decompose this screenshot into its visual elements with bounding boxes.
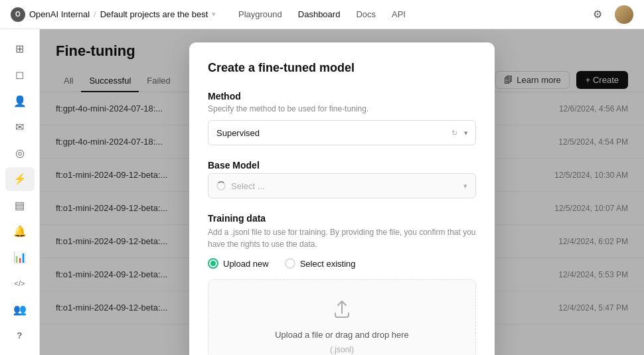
content-area: Fine-tuning All Successful Failed 🗐 Lear…	[40, 29, 644, 355]
sidebar-item-target[interactable]: ◎	[5, 141, 35, 165]
sidebar-item-layout[interactable]: ⊞	[5, 37, 35, 60]
select-refresh-icon: ↻	[451, 129, 457, 137]
nav-playground[interactable]: Playground	[238, 9, 282, 19]
sidebar-item-analytics[interactable]: 📊	[5, 246, 35, 269]
nav-dashboard[interactable]: Dashboard	[298, 9, 341, 19]
method-select[interactable]: SupervisedDPO	[208, 120, 476, 145]
base-model-select[interactable]: Select ... ▾	[208, 173, 476, 198]
sidebar-item-help[interactable]: ?	[5, 324, 35, 347]
modal-title: Create a fine-tuned model	[208, 61, 476, 75]
select-existing-label: Select existing	[300, 259, 356, 269]
upload-new-radio[interactable]	[208, 258, 218, 269]
select-existing-radio[interactable]	[285, 258, 295, 269]
method-select-wrapper: SupervisedDPO ↻ ▾	[208, 120, 476, 145]
sidebar-item-team[interactable]: 👥	[5, 298, 35, 321]
topnav: O OpenAI Internal / Default projects are…	[0, 0, 644, 29]
sidebar-item-finetune[interactable]: ⚡	[5, 167, 35, 190]
nav-links: Playground Dashboard Docs API	[238, 9, 406, 19]
select-existing-option[interactable]: Select existing	[285, 258, 356, 269]
upload-new-option[interactable]: Upload new	[208, 258, 269, 269]
upload-text: Upload a file or drag and drop here	[275, 330, 409, 340]
training-data-description: Add a .jsonl file to use for training. B…	[208, 226, 476, 250]
topnav-right: ⚙	[588, 5, 633, 24]
base-model-label: Base Model	[208, 160, 476, 171]
sidebar-item-messages[interactable]: ✉	[5, 115, 35, 139]
upload-icon	[331, 299, 353, 324]
method-label: Method	[208, 91, 476, 102]
settings-icon[interactable]: ⚙	[588, 5, 607, 24]
base-model-placeholder: Select ...	[231, 181, 265, 191]
org-name[interactable]: OpenAI Internal	[29, 9, 90, 19]
main-layout: ⊞ ◻ 👤 ✉ ◎ ⚡ ▤ 🔔 📊 </> 👥 ? Fine-tuning Al…	[0, 29, 644, 355]
breadcrumb-separator: /	[94, 9, 96, 19]
method-description: Specify the method to be used for fine-t…	[208, 104, 476, 113]
sidebar-item-database[interactable]: ▤	[5, 194, 35, 217]
modal-overlay[interactable]: Create a fine-tuned model Method Specify…	[40, 29, 644, 355]
loading-spinner-icon	[216, 181, 226, 190]
avatar[interactable]	[615, 5, 633, 24]
chevron-down-icon: ▾	[212, 10, 216, 19]
training-data-radio-group: Upload new Select existing	[208, 258, 476, 269]
upload-dropzone[interactable]: Upload a file or drag and drop here (.js…	[208, 279, 476, 355]
upload-extension: (.jsonl)	[330, 345, 354, 354]
project-name[interactable]: Default projects are the best	[100, 9, 208, 19]
sidebar-item-chat[interactable]: ◻	[5, 63, 35, 86]
create-finetune-modal: Create a fine-tuned model Method Specify…	[189, 42, 495, 355]
nav-api[interactable]: API	[392, 9, 406, 19]
training-data-label: Training data	[208, 213, 476, 224]
sidebar: ⊞ ◻ 👤 ✉ ◎ ⚡ ▤ 🔔 📊 </> 👥 ?	[0, 29, 40, 355]
sidebar-item-code[interactable]: </>	[5, 271, 35, 295]
org-logo[interactable]: O	[11, 7, 25, 22]
upload-new-label: Upload new	[223, 259, 269, 269]
nav-docs[interactable]: Docs	[356, 9, 376, 19]
base-model-chevron-icon: ▾	[463, 182, 467, 190]
sidebar-item-alerts[interactable]: 🔔	[5, 220, 35, 243]
sidebar-item-users[interactable]: 👤	[5, 90, 35, 113]
